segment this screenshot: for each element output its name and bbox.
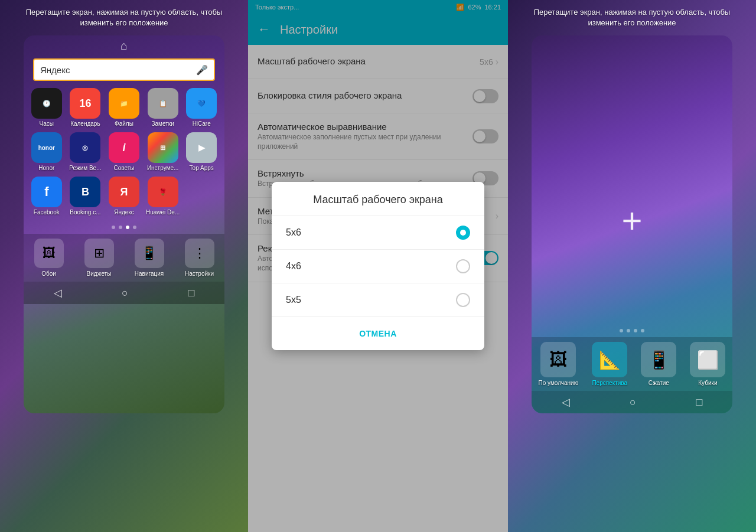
app-files-label: Файлы — [115, 120, 133, 128]
toolbar-navigation[interactable]: 📱 Навигация — [135, 239, 164, 277]
option-5x5-label: 5х5 — [286, 295, 301, 305]
right-bottom-toolbar: 🖼 По умолчанию 📐 Перспектива 📱 Сжатие ⬜ … — [532, 337, 732, 391]
nav-home[interactable]: ○ — [122, 287, 128, 299]
dialog-option-5x6[interactable]: 5х6 — [272, 216, 484, 250]
huawei-icon: 🌹 — [148, 177, 178, 207]
app-tips-label: Советы — [114, 165, 135, 172]
transition-default[interactable]: 🖼 По умолчанию — [539, 342, 579, 386]
topapps-icon: ▶ — [186, 132, 217, 163]
app-honor-label: Honor — [38, 165, 54, 172]
toolbar-widgets[interactable]: ⊞ Виджеты — [84, 239, 114, 277]
toolbar-wallpaper[interactable]: 🖼 Обои — [34, 239, 64, 277]
app-hicare[interactable]: 💙 HiCare — [184, 88, 219, 128]
microphone-icon: 🎤 — [196, 64, 208, 76]
dialog-actions: ОТМЕНА — [272, 317, 484, 350]
toolbar-settings-label: Настройки — [185, 270, 214, 277]
dialog-option-4x6[interactable]: 4х6 — [272, 250, 484, 283]
radio-4x6[interactable] — [456, 259, 470, 273]
app-booking[interactable]: B Booking.c... — [69, 177, 103, 216]
app-clock[interactable]: 🕐 Часы — [30, 88, 64, 128]
radio-5x5[interactable] — [456, 293, 470, 307]
app-tools-label: Инструме... — [147, 165, 178, 172]
files-icon: 📁 — [109, 88, 139, 119]
nav-back[interactable]: ◁ — [54, 286, 62, 299]
app-grid-row3: f Facebook B Booking.c... Я Яндекс 🌹 Hua… — [24, 177, 224, 216]
app-facebook[interactable]: f Facebook — [30, 177, 64, 216]
app-booking-label: Booking.c... — [70, 209, 100, 216]
transition-perspective-label: Перспектива — [592, 380, 627, 386]
right-hint: Перетащите экран, нажимая на пустую обла… — [508, 0, 756, 35]
right-nav-home[interactable]: ○ — [630, 396, 636, 409]
transition-squeeze[interactable]: 📱 Сжатие — [641, 342, 676, 386]
dialog-overlay: Масштаб рабочего экрана 5х6 4х6 5х5 ОТМЕ… — [248, 0, 508, 532]
home-icon: ⌂ — [120, 39, 128, 53]
dot-1 — [112, 226, 115, 229]
page-dots — [24, 221, 224, 234]
right-nav-back[interactable]: ◁ — [562, 396, 570, 409]
transition-perspective[interactable]: 📐 Перспектива — [592, 342, 627, 386]
booking-icon: B — [70, 177, 100, 207]
app-files[interactable]: 📁 Файлы — [107, 88, 141, 128]
app-tools[interactable]: ⊞ Инструме... — [146, 132, 180, 172]
dot-4 — [133, 226, 136, 229]
dialog-option-5x5[interactable]: 5х5 — [272, 283, 484, 317]
transition-cube[interactable]: ⬜ Кубики — [690, 342, 725, 386]
transition-squeeze-label: Сжатие — [649, 380, 669, 386]
radio-inner-5x6 — [460, 230, 466, 236]
app-eyemode[interactable]: ◎ Режим Ве... — [69, 132, 103, 172]
radio-5x6[interactable] — [456, 226, 470, 240]
app-eyemode-label: Режим Ве... — [69, 165, 101, 172]
app-clock-label: Часы — [40, 120, 54, 128]
dot-2 — [119, 226, 122, 229]
tips-icon: i — [109, 132, 139, 163]
yandex-icon: Я — [109, 177, 139, 207]
app-facebook-label: Facebook — [34, 209, 60, 216]
left-nav-bar: ◁ ○ □ — [24, 282, 224, 304]
app-yandex[interactable]: Я Яндекс — [107, 177, 141, 216]
notes-icon: 📋 — [148, 88, 178, 119]
app-yandex-label: Яндекс — [114, 209, 134, 216]
dialog-cancel-button[interactable]: ОТМЕНА — [345, 324, 411, 343]
honor-icon: honor — [31, 132, 62, 163]
option-5x6-label: 5х6 — [286, 227, 301, 238]
nav-recents[interactable]: □ — [188, 287, 194, 299]
app-tips[interactable]: i Советы — [107, 132, 141, 172]
search-text: Яндекс — [40, 65, 196, 75]
app-huawei[interactable]: 🌹 Huawei De... — [146, 177, 180, 216]
app-calendar[interactable]: 16 Календарь — [69, 88, 103, 128]
facebook-icon: f — [31, 177, 62, 207]
right-page-dots — [532, 324, 732, 337]
app-huawei-label: Huawei De... — [146, 209, 180, 216]
dot-3 — [126, 226, 129, 229]
app-topapps-label: Top Apps — [190, 165, 214, 172]
toolbar-widgets-label: Виджеты — [87, 270, 112, 277]
toolbar-wallpaper-label: Обои — [41, 270, 56, 277]
left-panel: Перетащите экран, нажимая на пустую обла… — [0, 0, 248, 532]
app-calendar-label: Календарь — [70, 120, 100, 128]
widgets-icon: ⊞ — [84, 239, 114, 268]
transition-cube-label: Кубики — [698, 380, 717, 386]
search-bar[interactable]: Яндекс 🎤 — [33, 58, 215, 81]
right-nav-bar: ◁ ○ □ — [532, 391, 732, 413]
add-screen-icon[interactable]: + — [621, 200, 642, 241]
toolbar-settings[interactable]: ⋮ Настройки — [185, 239, 214, 277]
navigation-icon: 📱 — [135, 239, 164, 268]
app-notes[interactable]: 📋 Заметки — [146, 88, 180, 128]
right-nav-recents[interactable]: □ — [696, 396, 702, 409]
app-topapps[interactable]: ▶ Top Apps — [184, 132, 219, 172]
option-4x6-label: 4х6 — [286, 261, 301, 272]
app-honor[interactable]: honor Honor — [30, 132, 64, 172]
left-hint: Перетащите экран, нажимая на пустую обла… — [0, 0, 248, 35]
right-dot-2 — [627, 329, 630, 332]
transition-perspective-icon: 📐 — [592, 342, 627, 377]
transition-default-icon: 🖼 — [540, 342, 576, 377]
right-phone-screen: + 🖼 По умолчанию 📐 Перспектива 📱 Сжатие … — [532, 35, 732, 413]
middle-panel: Только экстр... 📶 62% 16:21 ← Настройки … — [248, 0, 508, 532]
app-notes-label: Заметки — [151, 120, 174, 128]
app-grid-row1: 🕐 Часы 16 Календарь 📁 Файлы 📋 Заметки 💙 … — [24, 88, 224, 128]
app-hicare-label: HiCare — [193, 120, 211, 128]
right-dot-1 — [620, 329, 623, 332]
right-dot-3 — [634, 329, 637, 332]
eyemode-icon: ◎ — [70, 132, 100, 163]
toolbar-navigation-label: Навигация — [135, 270, 164, 277]
